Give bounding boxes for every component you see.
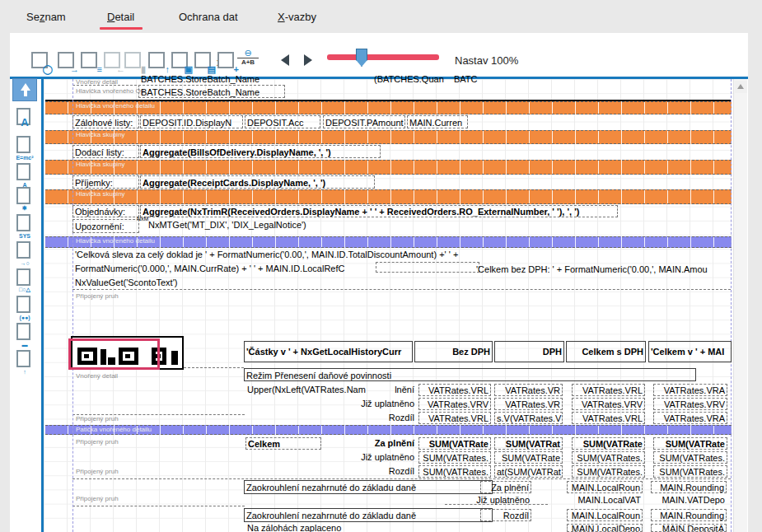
vat-name-expression[interactable]: Upper(NxLeft(VATRates.Nam [245, 384, 380, 396]
vat-cell[interactable]: VATRates.VR [494, 384, 563, 396]
main-cell[interactable]: MAIN.LocalDepo [567, 524, 643, 532]
label-objednavky[interactable]: Objednávky: [72, 205, 139, 217]
vat-cell[interactable]: VATRates.VRV [653, 398, 727, 410]
band-strip[interactable]: Hlavička skupiny [45, 160, 732, 175]
barcode-module [171, 351, 178, 365]
batches-storebatch-top[interactable]: BATCHES.StoreBatch_Name [139, 74, 292, 85]
header-castky[interactable]: 'Částky v ' + NxGetLocalHistoryCurr [244, 341, 413, 362]
deposit-displayname[interactable]: DEPOSIT.ID.DisplayN [140, 115, 243, 128]
band-label: Hlavička vnořeného Op [76, 87, 144, 95]
band-label: Vnořený detail [76, 372, 118, 380]
header-bez-dph[interactable]: Bez DPH [414, 341, 493, 362]
rezim-preneseni-field[interactable]: Režim Přenesení daňové povinnosti [244, 368, 696, 381]
rounding-label-1[interactable]: Zaokrouhlení nezahrnuté do základu daně [244, 480, 493, 494]
band-strip[interactable]: Hlavička skupiny [45, 189, 732, 204]
sum-cell[interactable]: SUM(VATRates. [653, 451, 727, 464]
sum-cell[interactable]: SUM(VATRate [572, 437, 645, 450]
label-zalohove-listy[interactable]: Zálohové listy: [72, 115, 139, 128]
main-cell[interactable]: MAIN.Rounding [651, 509, 727, 521]
selection-rectangle[interactable] [68, 338, 160, 370]
band-strip[interactable]: Hlavička vnořeného detailu [45, 236, 732, 248]
sum-cell[interactable]: SUM(VATRat [494, 437, 563, 450]
batches-storebatch[interactable]: BATCHES.StoreBatch_Name [138, 85, 285, 98]
vat-cell[interactable]: VATRates.VR [494, 398, 563, 410]
received-orders-aggregate[interactable]: Aggregate(NxTrimR(ReceivedOrders.Display… [140, 205, 618, 217]
receipt-cards-aggregate[interactable]: Aggregate(ReceiptCards.DisplayName, ', '… [140, 175, 375, 189]
main-cell[interactable]: MAIN.LocalRoun [567, 481, 643, 493]
label-rozdil[interactable]: Rozdíl [367, 465, 416, 478]
vat-cell[interactable]: VATRates.VRV [418, 398, 491, 410]
sum-cell[interactable]: SUM(VATRates. [418, 465, 491, 478]
vat-cell[interactable]: VATRates.VRL [418, 412, 491, 424]
batches-fragment[interactable]: BATC [452, 74, 485, 85]
label-dodaci-listy[interactable]: Dodací listy: [72, 145, 139, 158]
label-rozdil[interactable]: Rozdíl [367, 412, 416, 424]
batches-quantity[interactable]: (BATCHES.Quan [372, 74, 450, 85]
label-celkem[interactable]: Celkem [245, 437, 321, 450]
scroll-up-button[interactable] [735, 81, 747, 93]
main-currency[interactable]: MAIN.Curren [407, 115, 468, 128]
label-jiz-uplatneno[interactable]: Již uplatněno [470, 494, 531, 506]
total-without-vat-expression[interactable]: 'Celkem bez DPH: ' + FormatNumeric('0.00… [474, 264, 731, 275]
bills-of-delivery-aggregate[interactable]: Aggregate(BillsOfDelivery.DisplayName, '… [140, 145, 381, 158]
deposit-pamount[interactable]: DEPOSIT.PAmount [323, 115, 405, 128]
vat-cell[interactable]: VATRates.VRL [418, 384, 491, 396]
main-cell[interactable]: MAIN.LocalVAT [567, 494, 643, 506]
band-strip[interactable]: Hlavička vnořeného detailu [45, 101, 732, 114]
vat-cell[interactable]: s.V(VATRates.V [494, 412, 563, 424]
rounding-label-2[interactable]: Zaokrouhlení nezahrnuté do základu daně [244, 508, 493, 522]
band-strip[interactable]: Patička vnořeného detailu [45, 425, 732, 435]
vat-cell[interactable]: VATRates.VRL [572, 412, 645, 424]
band-label: Připojený pruh [76, 438, 119, 446]
main-cell[interactable]: MAIN.DepositA [651, 524, 727, 532]
band-strip-label: Hlavička skupiny [76, 161, 125, 168]
header-celkem-s-dph[interactable]: Celkem s DPH [566, 341, 646, 362]
label-za-plneni[interactable]: Za plnění [354, 437, 416, 450]
band-divider [72, 478, 731, 479]
main-cell[interactable]: MAIN.VATDepo [651, 494, 727, 506]
band-divider [45, 100, 732, 101]
label-upozorneni[interactable]: Upozornění: [72, 219, 139, 233]
label-jiz-uplatneno[interactable]: Již uplatněno [350, 398, 416, 410]
vat-cell[interactable]: VATRates.VRL [572, 384, 645, 396]
vat-cell[interactable]: VATRates.VRV [572, 398, 645, 410]
sum-cell[interactable]: SUM(VATRates. [572, 465, 645, 478]
na-zalohach-zaplaceno[interactable]: Na zálohách zaplaceno [245, 524, 410, 532]
sum-cell[interactable]: SUM(VATRate [494, 451, 563, 464]
band-strip-label: Hlavička skupiny [76, 190, 125, 198]
band-strip-label: Hlavička vnořeného detailu [76, 237, 155, 245]
main-cell[interactable]: MAIN.LocalRoun [567, 509, 643, 521]
sum-cell[interactable]: SUM(VATRates. [653, 465, 727, 478]
sum-cell[interactable]: SUM(VATRate [653, 437, 727, 450]
sum-cell[interactable]: at(SUM(VATRat [494, 465, 563, 478]
band-strip[interactable]: Hlavička skupiny [45, 130, 732, 144]
band-strip-label: Patička vnořeného detailu [76, 426, 152, 433]
band-label: Připojený pruh [76, 495, 119, 502]
label-za-plneni-cut[interactable]: lnění [381, 384, 416, 396]
header-dph[interactable]: DPH [494, 341, 564, 362]
label-rozdil[interactable]: Rozdíl [480, 509, 531, 521]
band-divider [72, 506, 245, 506]
sum-cell[interactable]: SUM(VATRates. [572, 451, 645, 464]
label-za-plneni[interactable]: Za plnění [480, 481, 531, 493]
legal-notice-field[interactable]: NxMTGet('MT_DIX', 'DIX_LegalNotice') [147, 219, 358, 231]
vat-cell[interactable]: VATRates.VRA [653, 384, 727, 396]
band-label: Připojený pruh [76, 468, 119, 475]
band-strip-label: Hlavička vnořeného detailu [76, 102, 155, 110]
main-cell[interactable]: MAIN.Rounding [651, 481, 727, 493]
empty-field[interactable] [376, 262, 479, 273]
band-label: Připojený pruh [76, 415, 119, 422]
label-prijemky[interactable]: Příjemky: [72, 175, 139, 189]
vat-cell[interactable]: VATRates.VRA [653, 412, 727, 424]
sum-cell[interactable]: SUM(VATRates. [418, 451, 491, 464]
vertical-scrollbar[interactable] [733, 79, 747, 532]
label-jiz-uplatneno[interactable]: Již uplatněno [350, 451, 416, 464]
report-canvas-items: Hlavička vnořeného detailuHlavička skupi… [0, 0, 762, 532]
band-divider [72, 289, 731, 290]
sum-cell[interactable]: SUM(VATRate [418, 437, 491, 450]
currrate-expression[interactable]: FormatNumeric('0.000,', MAIN.CurrRate) +… [73, 263, 375, 275]
total-discount-expression[interactable]: 'Celková sleva za celý doklad je ' + For… [73, 249, 475, 261]
header-celkem-v[interactable]: 'Celkem v ' + MAI [648, 341, 732, 362]
deposit-account[interactable]: DEPOSIT.Acc [245, 115, 320, 128]
sconto-text-field[interactable]: NxValueGet('ScontoText') [73, 277, 207, 289]
